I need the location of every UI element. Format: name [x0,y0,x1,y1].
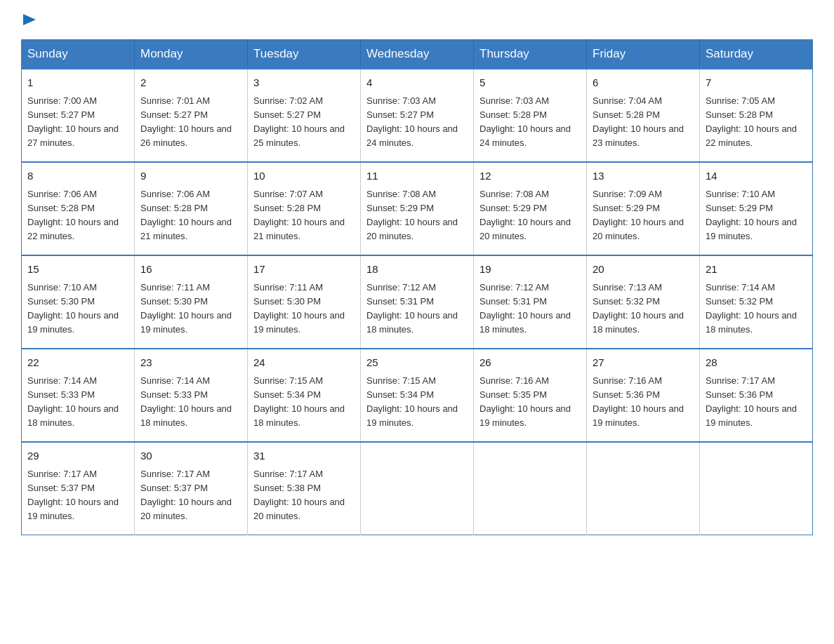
calendar-day-cell: 28Sunrise: 7:17 AMSunset: 5:36 PMDayligh… [700,349,813,442]
day-number: 12 [479,168,581,185]
day-number: 15 [27,262,128,278]
day-info: Sunrise: 7:12 AMSunset: 5:31 PMDaylight:… [366,281,468,337]
calendar-day-cell [587,442,700,535]
day-number: 25 [366,355,468,371]
calendar-day-cell: 14Sunrise: 7:10 AMSunset: 5:29 PMDayligh… [700,162,813,255]
day-info: Sunrise: 7:11 AMSunset: 5:30 PMDaylight:… [253,281,355,337]
day-number: 5 [479,75,581,91]
day-info: Sunrise: 7:09 AMSunset: 5:29 PMDaylight:… [593,187,694,244]
day-info: Sunrise: 7:00 AMSunset: 5:27 PMDaylight:… [27,94,128,151]
calendar-day-cell: 13Sunrise: 7:09 AMSunset: 5:29 PMDayligh… [587,162,700,255]
day-number: 18 [366,262,468,278]
calendar-day-cell [700,442,813,535]
day-number: 21 [706,262,807,278]
day-number: 1 [27,75,128,91]
day-number: 22 [27,355,128,371]
day-number: 24 [253,355,355,371]
day-number: 29 [27,448,128,464]
day-number: 20 [593,262,694,278]
day-number: 6 [593,75,694,91]
calendar-day-cell: 12Sunrise: 7:08 AMSunset: 5:29 PMDayligh… [474,162,587,255]
calendar-week-row: 29Sunrise: 7:17 AMSunset: 5:37 PMDayligh… [22,442,813,535]
calendar-day-cell: 3Sunrise: 7:02 AMSunset: 5:27 PMDaylight… [248,69,361,162]
day-info: Sunrise: 7:03 AMSunset: 5:27 PMDaylight:… [366,94,468,151]
day-info: Sunrise: 7:17 AMSunset: 5:37 PMDaylight:… [140,467,241,524]
day-info: Sunrise: 7:13 AMSunset: 5:32 PMDaylight:… [593,281,694,337]
calendar-day-cell: 29Sunrise: 7:17 AMSunset: 5:37 PMDayligh… [22,442,135,535]
day-number: 7 [706,75,807,91]
day-info: Sunrise: 7:17 AMSunset: 5:38 PMDaylight:… [253,467,355,524]
calendar-day-cell: 31Sunrise: 7:17 AMSunset: 5:38 PMDayligh… [248,442,361,535]
calendar-day-cell: 11Sunrise: 7:08 AMSunset: 5:29 PMDayligh… [361,162,474,255]
day-info: Sunrise: 7:16 AMSunset: 5:36 PMDaylight:… [593,374,694,431]
day-number: 9 [140,168,241,185]
calendar-week-row: 1Sunrise: 7:00 AMSunset: 5:27 PMDaylight… [22,69,813,162]
calendar-week-row: 15Sunrise: 7:10 AMSunset: 5:30 PMDayligh… [22,255,813,349]
day-number: 17 [253,262,355,278]
page-header [21,14,813,27]
logo [21,14,36,27]
calendar-day-cell: 24Sunrise: 7:15 AMSunset: 5:34 PMDayligh… [248,349,361,442]
day-info: Sunrise: 7:17 AMSunset: 5:36 PMDaylight:… [706,374,807,431]
day-number: 10 [253,168,355,185]
day-number: 16 [140,262,241,278]
calendar-table: SundayMondayTuesdayWednesdayThursdayFrid… [21,39,813,535]
svg-marker-0 [23,14,36,25]
weekday-header-row: SundayMondayTuesdayWednesdayThursdayFrid… [22,40,813,69]
calendar-day-cell: 1Sunrise: 7:00 AMSunset: 5:27 PMDaylight… [22,69,135,162]
calendar-day-cell: 22Sunrise: 7:14 AMSunset: 5:33 PMDayligh… [22,349,135,442]
weekday-header-friday: Friday [587,40,700,69]
logo-triangle-icon [23,14,36,25]
calendar-day-cell: 20Sunrise: 7:13 AMSunset: 5:32 PMDayligh… [587,255,700,349]
weekday-header-wednesday: Wednesday [361,40,474,69]
calendar-day-cell: 4Sunrise: 7:03 AMSunset: 5:27 PMDaylight… [361,69,474,162]
calendar-day-cell: 21Sunrise: 7:14 AMSunset: 5:32 PMDayligh… [700,255,813,349]
calendar-day-cell: 10Sunrise: 7:07 AMSunset: 5:28 PMDayligh… [248,162,361,255]
day-number: 30 [140,448,241,464]
day-info: Sunrise: 7:06 AMSunset: 5:28 PMDaylight:… [27,187,128,244]
calendar-day-cell: 6Sunrise: 7:04 AMSunset: 5:28 PMDaylight… [587,69,700,162]
day-info: Sunrise: 7:14 AMSunset: 5:32 PMDaylight:… [706,281,807,337]
calendar-day-cell: 16Sunrise: 7:11 AMSunset: 5:30 PMDayligh… [135,255,248,349]
calendar-day-cell: 23Sunrise: 7:14 AMSunset: 5:33 PMDayligh… [135,349,248,442]
day-info: Sunrise: 7:17 AMSunset: 5:37 PMDaylight:… [27,467,128,524]
weekday-header-thursday: Thursday [474,40,587,69]
day-number: 2 [140,75,241,91]
calendar-week-row: 8Sunrise: 7:06 AMSunset: 5:28 PMDaylight… [22,162,813,255]
calendar-day-cell [474,442,587,535]
day-info: Sunrise: 7:04 AMSunset: 5:28 PMDaylight:… [593,94,694,151]
day-info: Sunrise: 7:08 AMSunset: 5:29 PMDaylight:… [366,187,468,244]
calendar-day-cell: 18Sunrise: 7:12 AMSunset: 5:31 PMDayligh… [361,255,474,349]
day-number: 23 [140,355,241,371]
day-info: Sunrise: 7:12 AMSunset: 5:31 PMDaylight:… [479,281,581,337]
calendar-day-cell: 26Sunrise: 7:16 AMSunset: 5:35 PMDayligh… [474,349,587,442]
calendar-day-cell: 19Sunrise: 7:12 AMSunset: 5:31 PMDayligh… [474,255,587,349]
calendar-day-cell: 9Sunrise: 7:06 AMSunset: 5:28 PMDaylight… [135,162,248,255]
day-number: 11 [366,168,468,185]
day-number: 8 [27,168,128,185]
day-info: Sunrise: 7:01 AMSunset: 5:27 PMDaylight:… [140,94,241,151]
day-info: Sunrise: 7:16 AMSunset: 5:35 PMDaylight:… [479,374,581,431]
calendar-day-cell: 30Sunrise: 7:17 AMSunset: 5:37 PMDayligh… [135,442,248,535]
day-number: 26 [479,355,581,371]
calendar-header: SundayMondayTuesdayWednesdayThursdayFrid… [22,40,813,69]
day-info: Sunrise: 7:05 AMSunset: 5:28 PMDaylight:… [706,94,807,151]
day-number: 3 [253,75,355,91]
weekday-header-sunday: Sunday [22,40,135,69]
day-number: 27 [593,355,694,371]
calendar-day-cell: 2Sunrise: 7:01 AMSunset: 5:27 PMDaylight… [135,69,248,162]
calendar-day-cell: 27Sunrise: 7:16 AMSunset: 5:36 PMDayligh… [587,349,700,442]
day-number: 4 [366,75,468,91]
day-info: Sunrise: 7:15 AMSunset: 5:34 PMDaylight:… [366,374,468,431]
weekday-header-saturday: Saturday [700,40,813,69]
weekday-header-tuesday: Tuesday [248,40,361,69]
day-info: Sunrise: 7:08 AMSunset: 5:29 PMDaylight:… [479,187,581,244]
day-info: Sunrise: 7:02 AMSunset: 5:27 PMDaylight:… [253,94,355,151]
day-info: Sunrise: 7:14 AMSunset: 5:33 PMDaylight:… [27,374,128,431]
calendar-day-cell: 8Sunrise: 7:06 AMSunset: 5:28 PMDaylight… [22,162,135,255]
day-info: Sunrise: 7:07 AMSunset: 5:28 PMDaylight:… [253,187,355,244]
calendar-week-row: 22Sunrise: 7:14 AMSunset: 5:33 PMDayligh… [22,349,813,442]
calendar-day-cell: 5Sunrise: 7:03 AMSunset: 5:28 PMDaylight… [474,69,587,162]
day-info: Sunrise: 7:15 AMSunset: 5:34 PMDaylight:… [253,374,355,431]
day-info: Sunrise: 7:06 AMSunset: 5:28 PMDaylight:… [140,187,241,244]
